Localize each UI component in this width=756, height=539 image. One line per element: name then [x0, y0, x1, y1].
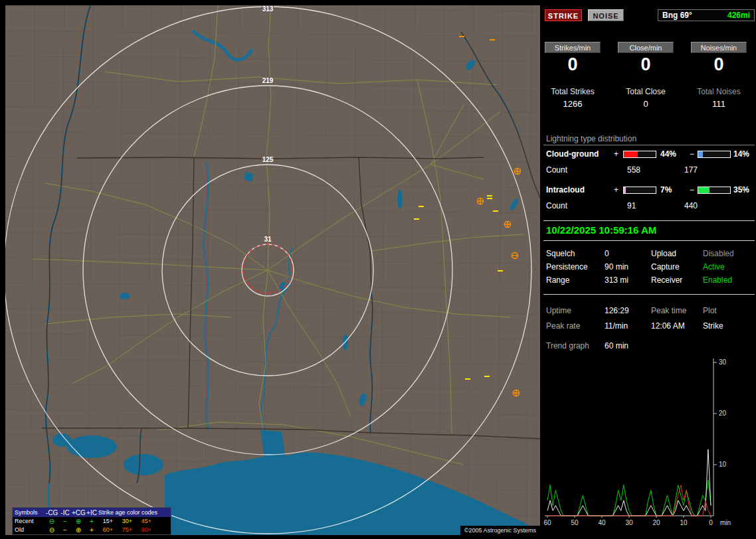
- legend-col-pos-cg: +CG: [72, 508, 85, 517]
- peak-rate-value: 11/min: [605, 321, 628, 331]
- plus-icon: +: [85, 526, 98, 534]
- capture-value: Active: [703, 262, 725, 271]
- squelch-value: 0: [605, 249, 609, 258]
- plus-icon: +: [85, 517, 98, 526]
- bearing-readout: Bng 69° 426mi: [658, 9, 755, 21]
- trend-graph-value: 60 min: [605, 341, 628, 350]
- persistence-label: Persistence: [546, 262, 588, 271]
- total-noises-label: Total Noises: [690, 87, 748, 96]
- ic-plus-gauge-fill: [624, 187, 626, 193]
- uptime-label: Uptime: [546, 306, 571, 315]
- circle-minus-icon: ⊖: [45, 526, 58, 534]
- plot-value: Strike: [703, 321, 723, 331]
- radar-map[interactable]: 31321912531: [5, 5, 540, 535]
- ic-minus-gauge-fill: [698, 187, 709, 193]
- ic-minus-pct: 35%: [733, 185, 749, 194]
- peak-rate-label: Peak rate: [546, 321, 580, 331]
- circle-plus-icon: ⊕: [72, 526, 85, 534]
- range-ring-label: 219: [262, 77, 274, 84]
- distribution-header: Lightning type distribution: [546, 134, 636, 143]
- svg-text:10: 10: [680, 519, 688, 526]
- ic-minus-count: 440: [684, 201, 698, 210]
- cg-minus-gauge: [698, 151, 731, 158]
- minus-sign: −: [690, 185, 694, 194]
- strikes-per-min-box[interactable]: Strikes/min: [545, 42, 601, 53]
- upload-label: Upload: [651, 249, 676, 258]
- svg-text:50: 50: [571, 519, 579, 526]
- age-code: 15+: [98, 517, 118, 526]
- strike-legend: Symbols -CG -IC +CG +IC Strike age color…: [12, 507, 171, 535]
- svg-text:30: 30: [625, 519, 633, 526]
- divider: [543, 294, 755, 295]
- legend-row-old: Old ⊖ − ⊕ + 60+ 75+ 90+: [13, 526, 171, 534]
- plus-sign: +: [614, 149, 618, 159]
- strike-symbol: [514, 390, 520, 396]
- cg-minus-count: 177: [684, 165, 698, 175]
- legend-symbols-header: Symbols: [15, 508, 45, 517]
- total-strikes-value: 1266: [543, 99, 602, 109]
- strike-symbol: [505, 222, 511, 228]
- minus-icon: −: [58, 517, 72, 526]
- total-strikes-label: Total Strikes: [543, 87, 602, 96]
- trend-series-strikes: [547, 480, 711, 516]
- count-label: Count: [546, 165, 567, 175]
- total-noises-value: 111: [690, 99, 748, 109]
- svg-text:20: 20: [719, 410, 727, 417]
- svg-text:60: 60: [543, 519, 551, 526]
- divider: [543, 240, 755, 241]
- svg-text:30: 30: [719, 358, 727, 366]
- cg-plus-gauge: [623, 151, 656, 158]
- legend-old-label: Old: [15, 526, 45, 534]
- cloud-ground-label: Cloud-ground: [546, 149, 599, 159]
- ic-plus-count: 91: [627, 201, 636, 210]
- cg-plus-count: 558: [627, 165, 640, 175]
- receiver-label: Receiver: [651, 275, 682, 285]
- peak-time-label: Peak time: [651, 306, 686, 315]
- age-code: 75+: [118, 526, 137, 534]
- bearing-label: Bng 69°: [662, 10, 692, 21]
- legend-row-recent: Recent ⊖ − ⊕ + 15+ 30+ 45+: [13, 517, 171, 526]
- ic-minus-gauge: [698, 187, 731, 194]
- legend-age-header: Strike age color codes: [98, 508, 169, 517]
- legend-recent-label: Recent: [15, 517, 45, 526]
- date-time-display: 10/22/2025 10:59:16 AM: [546, 224, 656, 236]
- cg-plus-pct: 44%: [660, 149, 676, 159]
- noises-per-min-value: 0: [691, 54, 747, 75]
- ic-plus-gauge: [623, 187, 656, 194]
- trend-graph-label: Trend graph: [546, 341, 589, 350]
- age-code: 60+: [98, 526, 118, 534]
- legend-header-row: Symbols -CG -IC +CG +IC Strike age color…: [13, 508, 171, 517]
- map-area[interactable]: 31321912531 Symbols -CG -IC +CG +IC Stri…: [5, 5, 540, 535]
- circle-minus-icon: ⊖: [45, 517, 58, 526]
- trend-series-close_strikes: [547, 449, 711, 516]
- count-label: Count: [546, 201, 567, 210]
- nexstorm-window: { "window": { "copyright": "©2005 Astrog…: [0, 0, 756, 539]
- strike-symbol: [515, 169, 521, 175]
- divider: [543, 145, 755, 145]
- plus-sign: +: [614, 185, 618, 194]
- minus-sign: −: [690, 149, 694, 159]
- noises-per-min-box[interactable]: Noises/min: [691, 42, 747, 53]
- strike-button[interactable]: STRIKE: [545, 9, 582, 21]
- cg-minus-gauge-fill: [698, 151, 703, 157]
- svg-text:20: 20: [652, 519, 660, 526]
- close-per-min-box[interactable]: Close/min: [618, 42, 674, 53]
- age-code: 45+: [137, 517, 156, 526]
- trend-graph: 1020306050403020100min: [543, 353, 756, 536]
- squelch-label: Squelch: [546, 249, 575, 258]
- svg-text:0: 0: [709, 519, 713, 526]
- age-code: 30+: [118, 517, 137, 526]
- upload-value: Disabled: [703, 249, 734, 258]
- peak-time-value: 12:06 AM: [651, 321, 685, 331]
- range-ring-label: 125: [262, 156, 274, 163]
- receiver-value: Enabled: [703, 275, 732, 285]
- total-close-value: 0: [616, 99, 675, 109]
- total-close-label: Total Close: [616, 87, 675, 96]
- minus-icon: −: [58, 526, 72, 534]
- range-ring-label: 313: [262, 5, 274, 13]
- legend-col-neg-cg: -CG: [45, 508, 58, 517]
- range-ring-label: 31: [264, 236, 272, 243]
- age-code: 90+: [137, 526, 156, 534]
- bearing-range: 426mi: [727, 10, 750, 21]
- noise-button[interactable]: NOISE: [588, 9, 624, 21]
